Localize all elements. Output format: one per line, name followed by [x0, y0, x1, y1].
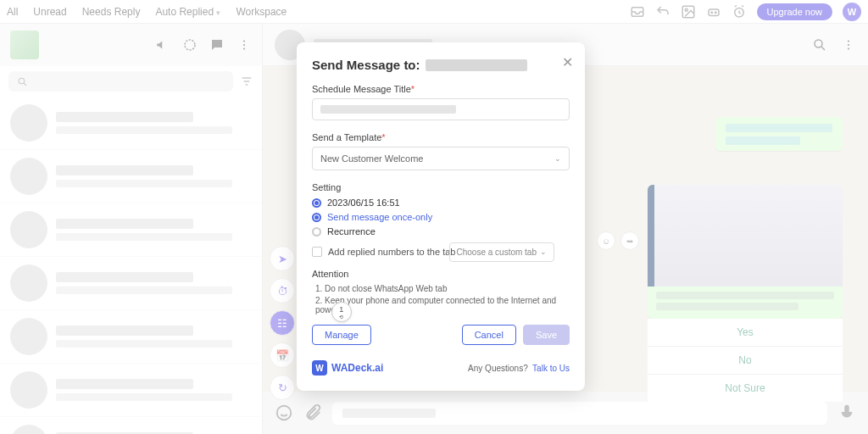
manage-button[interactable]: Manage 1⟲ [312, 325, 371, 345]
tooltip-badge: 1⟲ [331, 302, 352, 322]
chevron-down-icon: ⌄ [554, 154, 561, 163]
send-message-modal: ✕ Send Message to: Schedule Message Titl… [297, 42, 585, 391]
attention-heading: Attention [312, 269, 570, 279]
close-icon[interactable]: ✕ [562, 54, 573, 70]
template-select[interactable]: New Customer Welcome ⌄ [312, 147, 570, 170]
save-button[interactable]: Save [523, 325, 570, 345]
title-label: Schedule Message Title* [312, 84, 570, 94]
template-label: Send a Template* [312, 132, 570, 142]
help-text: Any Questions? Talk to Us [468, 364, 570, 373]
setting-recurrence[interactable]: Recurrence [312, 226, 570, 236]
title-input[interactable] [312, 98, 570, 120]
add-replied-label: Add replied numbers to the tab [328, 247, 455, 257]
brand-logo: W WADeck.ai [312, 360, 383, 376]
custom-tab-select[interactable]: Choose a custom tab⌄ [449, 242, 555, 262]
add-replied-checkbox[interactable] [312, 247, 322, 257]
cancel-button[interactable]: Cancel [462, 325, 516, 345]
setting-heading: Setting [312, 182, 570, 192]
setting-once[interactable]: Send message once-only [312, 212, 570, 222]
setting-datetime[interactable]: 2023/06/15 16:51 [312, 198, 570, 208]
talk-to-us-link[interactable]: Talk to Us [532, 364, 570, 373]
modal-title: Send Message to: [312, 58, 570, 72]
